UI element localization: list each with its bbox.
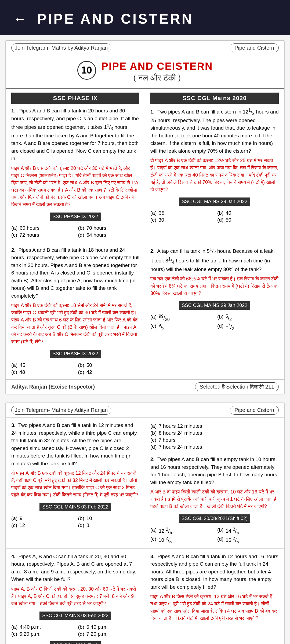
q3-row: 3. Two pipes A and B can fill a tank in … [6,418,284,548]
option-b: (b)70 hours [78,225,140,231]
q3-left-col: 3. Two pipes A and B can fill a tank in … [6,418,145,548]
option-a: (a)60 hours [11,225,73,231]
q3-left-badge: SSC CGL MAINS 03 Feb 2022 [39,503,111,511]
left-section-header: SSC PHASE IX [11,93,139,104]
q4-option-c: (c)6:20 p.m. [11,631,73,637]
card-1: Join Telegram- Maths by Aditya Ranjan Pi… [5,40,285,394]
q2-right-text: 2. A tap can fill a tank in 51/2 hours. … [150,246,279,273]
q1-left-hindi: पाइप A और B एक टंकी को क्रमा: 20 घटे और … [11,165,139,208]
q4-left-col: 4. Pipes A, B and C can fill a tank in 2… [6,549,145,644]
topic-label-2: Pipe and Cistern [230,406,279,415]
q2-option-d: (d)42 [78,369,140,375]
telegram-label-1: Join Telegram- Maths by Aditya Ranjan [11,43,111,52]
q2-row: 2. Pipes A and B can fill a tank in 18 h… [6,242,284,380]
option-c: (c)72 hours [11,232,73,238]
q5-right-col: 3. Pipes A and B can fill a tank in 12 h… [145,549,284,644]
chapter-subtitle: ( नल और टंकी ) [102,73,213,83]
q4-right-option-c: (c)10 2/5 [150,536,212,544]
q1-right-text: 1. Two pipes A and B can fill a cistern … [150,107,279,155]
q4-right-text: 2. Two pipes A and B can fill an empty t… [150,456,279,486]
q2-left-badge: SSC PHASE IX 2022 [50,350,101,358]
q1-num: 1. [11,108,16,114]
q1-left-text: 1. Pipes A and B can fill a tank in 20 h… [11,107,139,163]
q3-option-c: (c)12 [11,522,73,528]
q2-left-text: 2. Pipes A and B can fill a tank in 18 h… [11,246,139,300]
chapter-header: 10 PIPE AND CEISTERN ( नल और टंकी ) [6,55,284,89]
q1-row: SSC PHASE IX 1. Pipes A and B can fill a… [6,89,284,242]
card-2: Join Telegram- Maths by Aditya Ranjan Pi… [5,402,285,644]
q2-right-hindi: एक नल एक टंकी को 66⅔% घटे में भर सकता है… [150,275,279,297]
q4-option-b: (b)5:40 p.m. [78,624,140,630]
option-rb: (b)40 [217,210,279,216]
q2-right-badge: SSC CGL MAINS 29 Jan 2022 [179,301,250,310]
q2-option-a: (a)45 [11,362,73,368]
author-label: Aditya Ranjan (Excise Inspector) [11,384,95,390]
q4-right-options: (a)12 2/5 (b)14 2/5 (c)10 2/5 (d)16 2/5 [150,527,279,544]
q3-left-options: (a)9 (b)10 (c)12 (d)8 [11,515,139,528]
q2-right-options: (a)99/20 (b)5/2 (c)9/2 (d)17/2 [150,314,279,331]
q1-left-col: SSC PHASE IX 1. Pipes A and B can fill a… [6,89,145,242]
q1-left-badge: SSC PHASE IX 2022 [50,213,101,221]
q2-option-rc: (c)9/2 [150,323,212,331]
telegram-label-2: Join Telegram- Maths by Aditya Ranjan [11,406,111,415]
q1-right-hindi: दो पाइप A और B एक टंकी को क्रमा: 12½ घटे… [150,157,279,193]
q4-left-hindi: पाइप A, B और C किसी टंकी को क्रमा: 20, 3… [11,586,139,607]
q3-right-option-d: (d)7 hours 24 minutes [150,444,279,450]
q5-right-hindi: पाइप A और B किस टंकी को क्रमश: 12 घटे और… [150,593,279,622]
q4-left-text: 4. Pipes A, B and C can fill a tank in 2… [11,553,139,583]
q2-left-col: 2. Pipes A and B can fill a tank in 18 h… [6,242,145,379]
q4-right-hindi: A और B दो पाइप किसी खाली टंकी को क्रमश: … [150,488,279,510]
q1-right-badge: SSC CGL MAINS 29 Jan 2022 [179,197,250,206]
q1-right-options: (a)35 (b)40 (c)30 (d)50 [150,210,279,223]
q3-right-options: (a)7 hours 12 minutes (b)8 hours 24 minu… [150,423,279,450]
q5-left-badge: SSC CGL 2020 (Pre) [50,641,100,644]
q3-option-b: (b)10 [78,515,140,521]
chapter-number: 10 [77,61,96,80]
q2-option-ra: (a)99/20 [150,314,212,322]
q2-option-rb: (b)5/2 [217,314,279,322]
option-d: (d)64 hours [78,232,140,238]
card1-topbar: Join Telegram- Maths by Aditya Ranjan Pi… [6,41,284,55]
q3-right-option-b: (b)8 hours 24 minutes [150,430,279,436]
q2-option-c: (c)48 [11,369,73,375]
q1-left-options: (a)60 hours (b)70 hours (c)72 hours (d)6… [11,225,139,238]
q3-right-col: (a)7 hours 12 minutes (b)8 hours 24 minu… [145,418,284,548]
q2-left-hindi: पाइप A और B एक टंकी को क्रमा: 18 सेमी और… [11,302,139,345]
q4-option-d: (d)7:20 p.m. [78,631,140,637]
page-content: Join Telegram- Maths by Aditya Ranjan Pi… [0,35,290,644]
q1-right-col: SSC CGL Mains 2020 1. Two pipes A and B … [145,89,284,242]
q2-option-b: (b)50 [78,362,140,368]
q3-option-a: (a)9 [11,515,73,521]
page-title: PIPE AND CISTERN [37,11,193,27]
q3-left-text: 3. Two pipes A and B can fill a tank in … [11,422,139,467]
q2-right-col: 2. A tap can fill a tank in 51/2 hours. … [145,242,284,379]
q4-row: 4. Pipes A, B and C can fill a tank in 2… [6,549,284,644]
q4-right-option-a: (a)12 2/5 [150,527,212,535]
q2-left-options: (a)45 (b)50 (c)48 (d)42 [11,362,139,375]
card2-topbar: Join Telegram- Maths by Aditya Ranjan Pi… [6,403,284,418]
q2-option-rd: (d)17/2 [217,323,279,331]
topic-label-1: Pipe and Cistern [230,43,279,52]
q4-option-a: (a)4:40 p.m. [11,624,73,630]
option-rc: (c)30 [150,217,212,223]
chapter-title: PIPE AND CEISTERN [102,61,213,72]
q3-option-d: (d)8 [78,522,140,528]
q4-left-options: (a)4:40 p.m. (b)5:40 p.m. (c)6:20 p.m. (… [11,624,139,637]
q5-right-text: 3. Pipes A and B can fill a tank in 12 h… [150,553,279,591]
back-button[interactable]: ← [13,12,26,26]
q4-right-option-d: (d)16 2/5 [217,536,279,544]
right-section-header: SSC CGL Mains 2020 [150,93,279,104]
q3-right-option-c: (c)7 hours [150,437,279,443]
q4-left-badge: SSC CGL MAINS 03 Feb 2022 [39,612,111,620]
card1-bottombar: Aditya Ranjan (Excise Inspector) Selecte… [6,379,284,394]
q3-left-hindi: दो पाइप A और B एक टंकी को क्रमा: 12 मिनट… [11,470,139,499]
option-rd: (d)50 [217,217,279,223]
q4-right-option-b: (b)14 2/5 [217,527,279,535]
app-header: ← PIPE AND CISTERN [0,0,290,35]
q3-right-option-a: (a)7 hours 12 minutes [150,423,279,429]
q4-right-badge: SSC CGL 20/08/2021(Shift 02) [179,514,250,523]
selection-label: Selected है Selection दिलाएंगे 211 [195,382,279,391]
option-ra: (a)35 [150,210,212,216]
